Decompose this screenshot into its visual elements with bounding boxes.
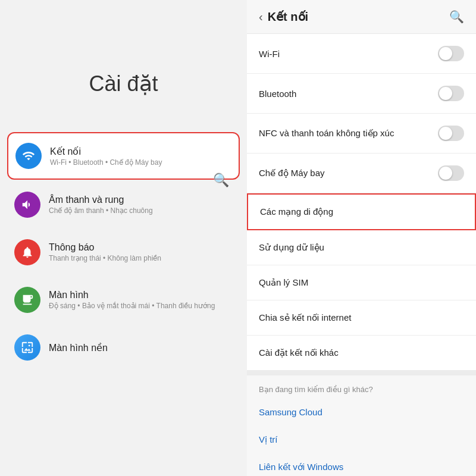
- man-hinh-title: Màn hình: [49, 290, 215, 300]
- am-thanh-subtitle: Chế độ âm thanh • Nhạc chuông: [49, 206, 153, 215]
- ket-noi-icon: [15, 143, 42, 169]
- settings-item-ket-noi[interactable]: Kết nối Wi-Fi • Bluetooth • Chế độ Máy b…: [7, 132, 240, 180]
- nfc-toggle[interactable]: [438, 126, 464, 141]
- settings-item-man-hinh-nen[interactable]: Màn hình nền: [7, 325, 240, 370]
- man-hinh-text: Màn hình Độ sáng • Bảo vệ mắt thoải mái …: [49, 290, 215, 310]
- menu-item-bluetooth[interactable]: Bluetooth: [247, 74, 476, 114]
- may-bay-toggle[interactable]: [438, 165, 464, 181]
- link-vi-tri[interactable]: Vị trí: [247, 426, 476, 453]
- menu-item-may-bay[interactable]: Chế độ Máy bay: [247, 154, 476, 193]
- cai-dat-ket-noi-khac-label: Cài đặt kết nối khác: [259, 347, 339, 358]
- menu-item-nfc[interactable]: NFC và thanh toán không tiếp xúc: [247, 114, 476, 154]
- bluetooth-label: Bluetooth: [259, 89, 296, 99]
- settings-item-thong-bao[interactable]: Thông báo Thanh trạng thái • Không làm p…: [7, 230, 240, 275]
- am-thanh-icon: [14, 192, 40, 218]
- man-hinh-nen-icon: [14, 334, 40, 361]
- menu-item-wifi[interactable]: Wi-Fi: [247, 34, 476, 74]
- ket-noi-subtitle: Wi-Fi • Bluetooth • Chế độ Máy bay: [50, 158, 162, 167]
- thong-bao-subtitle: Thanh trạng thái • Không làm phiền: [49, 254, 161, 262]
- link-samsung-cloud[interactable]: Samsung Cloud: [247, 399, 476, 426]
- right-header-left: ‹ Kết nối: [259, 10, 308, 24]
- su-dung-du-lieu-label: Sử dụng dữ liệu: [259, 242, 324, 253]
- search-icon-left[interactable]: 🔍: [213, 173, 229, 188]
- bluetooth-toggle[interactable]: [438, 86, 464, 101]
- thong-bao-text: Thông báo Thanh trạng thái • Không làm p…: [49, 242, 161, 262]
- search-icon-right[interactable]: 🔍: [449, 10, 464, 24]
- thong-bao-icon: [14, 239, 40, 265]
- settings-list: Kết nối Wi-Fi • Bluetooth • Chế độ Máy b…: [0, 132, 247, 372]
- ket-noi-text: Kết nối Wi-Fi • Bluetooth • Chế độ Máy b…: [50, 146, 162, 167]
- right-header-title: Kết nối: [268, 10, 308, 24]
- man-hinh-subtitle: Độ sáng • Bảo vệ mắt thoải mái • Thanh đ…: [49, 302, 215, 310]
- settings-item-am-thanh[interactable]: Âm thanh và rung Chế độ âm thanh • Nhạc …: [7, 182, 240, 227]
- chia-se-ket-noi-label: Chia sẻ kết nối internet: [259, 312, 351, 323]
- link-lien-ket-windows[interactable]: Liên kết với Windows: [247, 453, 476, 476]
- settings-title: Cài đặt: [89, 71, 158, 96]
- menu-list: Wi-Fi Bluetooth NFC và thanh toán không …: [247, 34, 476, 476]
- lien-ket-windows-label: Liên kết với Windows: [259, 462, 343, 472]
- right-panel: ‹ Kết nối 🔍 Wi-Fi Bluetooth NFC và thanh…: [247, 0, 476, 476]
- left-panel: Cài đặt 🔍 Kết nối Wi-Fi • Bluetooth • Ch…: [0, 0, 247, 476]
- samsung-cloud-label: Samsung Cloud: [259, 407, 322, 417]
- man-hinh-nen-title: Màn hình nền: [49, 342, 108, 353]
- wifi-toggle[interactable]: [438, 46, 464, 61]
- man-hinh-nen-text: Màn hình nền: [49, 342, 108, 353]
- wifi-label: Wi-Fi: [259, 49, 280, 59]
- divider: [247, 371, 476, 375]
- suggestion-header: Bạn đang tìm kiếm điều gì khác?: [247, 375, 476, 399]
- back-button[interactable]: ‹: [259, 10, 263, 24]
- vi-tri-label: Vị trí: [259, 434, 278, 444]
- menu-item-mang-di-dong[interactable]: Các mạng di động: [247, 193, 476, 230]
- quan-ly-sim-label: Quản lý SIM: [259, 277, 308, 288]
- thong-bao-title: Thông báo: [49, 242, 161, 253]
- nfc-label: NFC và thanh toán không tiếp xúc: [259, 128, 394, 139]
- ket-noi-title: Kết nối: [50, 146, 162, 157]
- settings-item-man-hinh[interactable]: Màn hình Độ sáng • Bảo vệ mắt thoải mái …: [7, 277, 240, 322]
- right-header: ‹ Kết nối 🔍: [247, 0, 476, 34]
- menu-item-quan-ly-sim[interactable]: Quản lý SIM: [247, 265, 476, 300]
- am-thanh-title: Âm thanh và rung: [49, 195, 153, 205]
- menu-item-cai-dat-ket-noi-khac[interactable]: Cài đặt kết nối khác: [247, 336, 476, 371]
- may-bay-label: Chế độ Máy bay: [259, 168, 325, 178]
- menu-item-chia-se-ket-noi[interactable]: Chia sẻ kết nối internet: [247, 300, 476, 336]
- am-thanh-text: Âm thanh và rung Chế độ âm thanh • Nhạc …: [49, 195, 153, 215]
- menu-item-su-dung-du-lieu[interactable]: Sử dụng dữ liệu: [247, 230, 476, 265]
- man-hinh-icon: [14, 287, 40, 313]
- mang-di-dong-label: Các mạng di động: [260, 206, 333, 217]
